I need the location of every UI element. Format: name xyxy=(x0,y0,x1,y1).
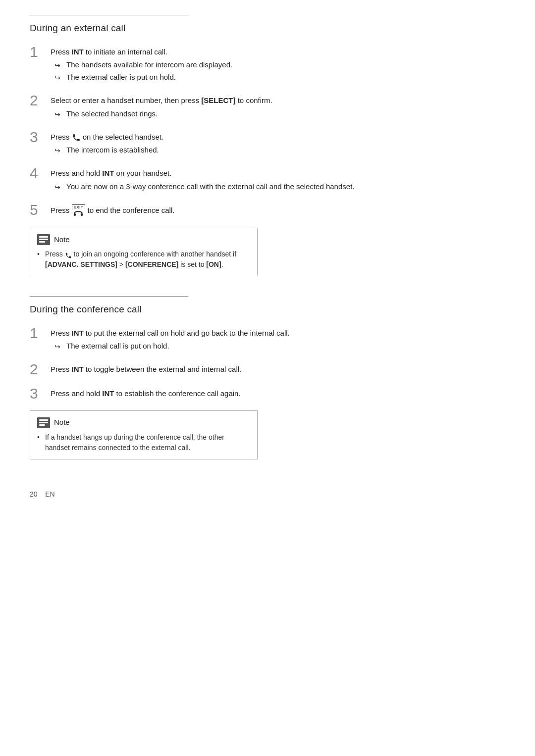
note-bullet-dot-2: • xyxy=(37,432,42,443)
bullet-text: You are now on a 3-way conference call w… xyxy=(66,181,354,193)
step-c3-main: Press and hold INT to establish the conf… xyxy=(51,388,505,400)
step-content-5: Press EXIT to end the conference call. xyxy=(51,202,505,219)
step-2-external: 2 Select or enter a handset number, then… xyxy=(30,93,505,121)
note-header-external: Note xyxy=(37,234,250,246)
section-conference-call: During the conference call 1 Press INT t… xyxy=(30,296,505,459)
step-number-3: 3 xyxy=(30,129,51,145)
exit-text-label: EXIT xyxy=(72,204,86,210)
exit-icon: EXIT xyxy=(72,204,86,217)
step-number-2: 2 xyxy=(30,92,51,108)
step-3-external: 3 Press on the selected handset. ↪ The i… xyxy=(30,130,505,157)
step-number-1: 1 xyxy=(30,44,51,60)
page-language: EN xyxy=(45,490,54,498)
note-icon-2 xyxy=(37,417,50,428)
bullet-item: ↪ The intercom is established. xyxy=(51,145,505,156)
int-key-c2: INT xyxy=(72,365,84,373)
step-content-1: Press INT to initiate an internal call. … xyxy=(51,45,505,85)
bullet-text: The selected handset rings. xyxy=(66,108,158,120)
step-3-main: Press on the selected handset. xyxy=(51,132,505,143)
svg-rect-7 xyxy=(39,419,48,421)
step-number-c1: 1 xyxy=(30,325,51,341)
step-content-2: Select or enter a handset number, then p… xyxy=(51,93,505,121)
step-4-external: 4 Press and hold INT on your handset. ↪ … xyxy=(30,166,505,194)
phone-icon-note xyxy=(65,250,72,260)
arrow-icon: ↪ xyxy=(54,73,63,83)
note-bullet-dot: • xyxy=(37,249,42,259)
step-number-c3: 3 xyxy=(30,385,51,402)
section-external-call: During an external call 1 Press INT to i… xyxy=(30,15,505,276)
note-label-2: Note xyxy=(54,417,70,428)
step-1-external: 1 Press INT to initiate an internal call… xyxy=(30,45,505,85)
int-key-c3: INT xyxy=(102,389,114,398)
int-key-c1: INT xyxy=(72,329,84,337)
step-c1-bullets: ↪ The external call is put on hold. xyxy=(51,341,505,352)
select-key: [SELECT] xyxy=(201,96,235,104)
bullet-text: The handsets available for intercom are … xyxy=(66,59,232,71)
step-number-c2: 2 xyxy=(30,361,51,377)
bullet-item: ↪ The external call is put on hold. xyxy=(51,341,505,352)
step-1-conference: 1 Press INT to put the external call on … xyxy=(30,326,505,353)
step-c2-main: Press INT to toggle between the external… xyxy=(51,364,505,375)
svg-rect-8 xyxy=(39,422,48,423)
page-footer: 20 EN xyxy=(30,489,505,500)
svg-rect-5 xyxy=(39,241,45,243)
step-3-conference: 3 Press and hold INT to establish the co… xyxy=(30,386,505,402)
svg-rect-4 xyxy=(39,239,48,240)
arrow-icon: ↪ xyxy=(54,146,63,156)
steps-list-external: 1 Press INT to initiate an internal call… xyxy=(30,45,505,219)
step-4-bullets: ↪ You are now on a 3-way conference call… xyxy=(51,181,505,193)
arrow-icon: ↪ xyxy=(54,60,63,71)
phone-icon xyxy=(72,133,81,143)
svg-rect-0 xyxy=(74,213,76,216)
step-content-4: Press and hold INT on your handset. ↪ Yo… xyxy=(51,166,505,194)
note-content-external: • Press to join an ongoing conference wi… xyxy=(37,249,250,270)
exit-phone-svg xyxy=(73,210,83,217)
bullet-item: ↪ The external caller is put on hold. xyxy=(51,72,505,83)
svg-rect-3 xyxy=(39,236,48,238)
section-title-conference-call: During the conference call xyxy=(30,302,505,317)
step-1-bullets: ↪ The handsets available for intercom ar… xyxy=(51,59,505,83)
step-content-c2: Press INT to toggle between the external… xyxy=(51,362,505,377)
step-2-conference: 2 Press INT to toggle between the extern… xyxy=(30,362,505,377)
step-5-main: Press EXIT to end the conference call. xyxy=(51,204,505,217)
bullet-item: ↪ The handsets available for intercom ar… xyxy=(51,59,505,71)
section-divider-1 xyxy=(30,15,188,15)
step-2-bullets: ↪ The selected handset rings. xyxy=(51,108,505,120)
int-key-s4: INT xyxy=(102,169,114,177)
bullet-text: The external call is put on hold. xyxy=(66,341,169,352)
section-title-external-call: During an external call xyxy=(30,21,505,36)
step-content-3: Press on the selected handset. ↪ The int… xyxy=(51,130,505,157)
bullet-text: The intercom is established. xyxy=(66,145,159,156)
conference-key: [CONFERENCE] xyxy=(125,260,178,268)
note-box-external: Note • Press to join an ongoing conferen… xyxy=(30,228,258,277)
step-c1-main: Press INT to put the external call on ho… xyxy=(51,328,505,339)
note-box-conference: Note • If a handset hangs up during the … xyxy=(30,410,258,459)
steps-list-conference: 1 Press INT to put the external call on … xyxy=(30,326,505,402)
step-content-c1: Press INT to put the external call on ho… xyxy=(51,326,505,353)
note-text-conference: If a handset hangs up during the confere… xyxy=(45,432,250,453)
note-text-external: Press to join an ongoing conference with… xyxy=(45,249,250,270)
svg-rect-9 xyxy=(39,424,45,426)
step-4-main: Press and hold INT on your handset. xyxy=(51,168,505,179)
arrow-icon: ↪ xyxy=(54,109,63,120)
arrow-icon: ↪ xyxy=(54,342,63,352)
step-2-main: Select or enter a handset number, then p… xyxy=(51,95,505,106)
note-header-conference: Note xyxy=(37,417,250,428)
step-number-4: 4 xyxy=(30,165,51,181)
svg-rect-1 xyxy=(81,213,83,216)
on-key: [ON] xyxy=(206,260,221,268)
page-number: 20 xyxy=(30,490,38,498)
int-key-s1: INT xyxy=(72,48,84,56)
advanc-settings-key: [ADVANC. SETTINGS] xyxy=(45,260,117,268)
note-label: Note xyxy=(54,234,70,246)
bullet-text: The external caller is put on hold. xyxy=(66,72,176,83)
step-1-main: Press INT to initiate an internal call. xyxy=(51,47,505,58)
step-number-5: 5 xyxy=(30,202,51,218)
bullet-item: ↪ You are now on a 3-way conference call… xyxy=(51,181,505,193)
bullet-item: ↪ The selected handset rings. xyxy=(51,108,505,120)
section-divider-2 xyxy=(30,296,188,297)
note-icon xyxy=(37,234,50,245)
arrow-icon: ↪ xyxy=(54,182,63,193)
step-3-bullets: ↪ The intercom is established. xyxy=(51,145,505,156)
note-content-conference: • If a handset hangs up during the confe… xyxy=(37,432,250,453)
